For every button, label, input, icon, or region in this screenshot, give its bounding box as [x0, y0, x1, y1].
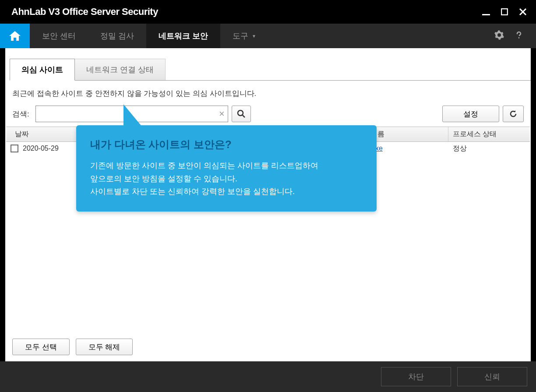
svg-rect-0	[482, 14, 490, 15]
content-bottom-bar: 모두 선택 모두 해제	[5, 332, 531, 361]
help-callout: 내가 다녀온 사이트의 보안은? 기존에 방문한 사이트 중 보안이 의심되는 …	[76, 125, 377, 212]
maximize-button[interactable]	[500, 7, 509, 16]
refresh-icon	[509, 109, 518, 118]
home-button[interactable]	[0, 24, 30, 48]
nav-security-center[interactable]: 보안 센터	[30, 24, 88, 48]
callout-line: 사이트별로 차단 또는 신뢰하여 강력한 보안을 실천합니다.	[90, 187, 295, 196]
settings-icon[interactable]	[494, 30, 504, 42]
tab-suspicious-sites[interactable]: 의심 사이트	[10, 59, 75, 81]
tab-description: 최근에 접속한 사이트 중 안전하지 않을 가능성이 있는 의심 사이트입니다.	[12, 88, 531, 99]
tabs: 의심 사이트 네트워크 연결 상태	[10, 59, 531, 81]
svg-point-2	[238, 110, 243, 116]
search-icon	[237, 109, 246, 118]
svg-line-3	[243, 115, 245, 117]
nav-tools[interactable]: 도구 ▼	[220, 24, 268, 48]
search-button[interactable]	[232, 106, 251, 122]
td-status: 정상	[448, 142, 530, 155]
nav-items: 보안 센터 정밀 검사 네트워크 보안 도구 ▼	[30, 24, 494, 48]
settings-button[interactable]: 설정	[442, 106, 499, 122]
nav-item-label: 보안 센터	[42, 31, 76, 41]
trust-button[interactable]: 신뢰	[457, 367, 527, 386]
tab-label: 의심 사이트	[21, 65, 63, 74]
nav-bar: 보안 센터 정밀 검사 네트워크 보안 도구 ▼	[0, 24, 536, 48]
th-name[interactable]: 이름	[367, 127, 448, 141]
minimize-button[interactable]	[482, 7, 490, 16]
help-icon[interactable]	[514, 30, 524, 42]
callout-line: 기존에 방문한 사이트 중 보안이 의심되는 사이트를 리스트업하여	[90, 161, 318, 170]
window-controls	[482, 7, 527, 16]
nav-item-label: 네트워크 보안	[159, 31, 208, 41]
th-status[interactable]: 프로세스 상태	[448, 127, 530, 141]
nav-network-security[interactable]: 네트워크 보안	[146, 24, 220, 48]
home-icon	[8, 30, 21, 42]
nav-right	[494, 24, 536, 48]
search-label: 검색:	[12, 109, 29, 119]
clear-search-icon[interactable]: ×	[219, 108, 225, 120]
app-title: AhnLab V3 Office Server Security	[11, 6, 158, 18]
nav-detailed-scan[interactable]: 정밀 검사	[88, 24, 146, 48]
nav-item-label: 정밀 검사	[100, 31, 134, 41]
select-all-button[interactable]: 모두 선택	[12, 339, 70, 355]
deselect-all-button[interactable]: 모두 해제	[76, 339, 133, 355]
search-row: 검색: × 설정	[5, 106, 531, 127]
callout-title: 내가 다녀온 사이트의 보안은?	[90, 138, 363, 152]
tab-label: 네트워크 연결 상태	[86, 65, 154, 74]
chevron-down-icon: ▼	[252, 34, 256, 39]
nav-item-label: 도구	[233, 31, 248, 41]
svg-rect-1	[501, 9, 508, 15]
tab-network-status[interactable]: 네트워크 연결 상태	[74, 59, 166, 80]
title-bar: AhnLab V3 Office Server Security	[0, 0, 536, 24]
close-button[interactable]	[518, 7, 527, 16]
row-checkbox[interactable]	[11, 145, 18, 152]
callout-body: 기존에 방문한 사이트 중 보안이 의심되는 사이트를 리스트업하여 앞으로의 …	[90, 159, 363, 198]
footer-bar: 차단 신뢰	[0, 361, 536, 392]
callout-line: 앞으로의 보안 방침을 설정할 수 있습니다.	[90, 174, 237, 183]
cell-date: 2020-05-29	[23, 145, 59, 152]
td-name: exe	[367, 142, 448, 155]
refresh-button[interactable]	[503, 106, 524, 122]
block-button[interactable]: 차단	[381, 367, 451, 386]
